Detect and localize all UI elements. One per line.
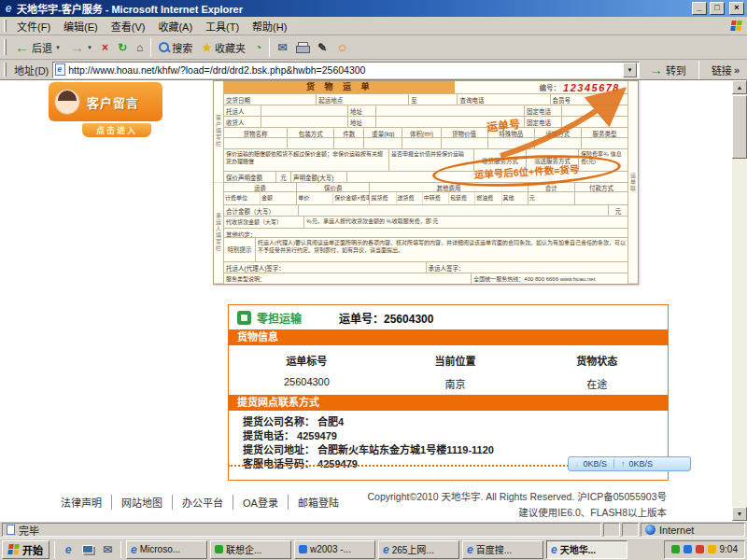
url-field[interactable]	[68, 63, 620, 77]
vertical-scrollbar[interactable]: ▲ ▼	[732, 80, 747, 521]
scroll-thumb[interactable]	[732, 95, 747, 159]
address-input[interactable]: ▼	[52, 62, 640, 78]
pickup-contact-header: 提货网点联系方式	[229, 395, 668, 411]
waybill-body: 货 物 运 单 编号： 12345678 交货日期 起运地点 至 查询电话 会员…	[224, 81, 627, 284]
task-button-tiandi-active[interactable]: e 天地华...	[546, 540, 627, 559]
close-button[interactable]: ×	[729, 2, 744, 15]
tracking-table-header: 运单标号 当前位置 货物状态	[229, 345, 668, 371]
waybill-cell: 服务类型说明：	[224, 273, 472, 284]
addressbar-grip[interactable]	[4, 63, 7, 77]
refresh-button[interactable]: ↻	[113, 37, 132, 58]
web-page: 客户留言 点击进入 客户填写栏 承运人填写栏 货 物 运 单 编号： 12345…	[0, 80, 732, 521]
waybill-cell: 特别提示	[224, 238, 256, 261]
waybill-row: 代收货款金额（大写） ％元，承运人按代收货款金额的 ％收取服务费，即 元	[224, 216, 627, 228]
favorites-button[interactable]: ★ 收藏夹	[197, 37, 250, 58]
start-button[interactable]: 开始	[2, 540, 49, 559]
messenger-button[interactable]: ☺	[331, 37, 352, 58]
globe-icon	[645, 525, 655, 535]
back-button[interactable]: ← 后退 ▼	[10, 37, 65, 58]
quicklaunch-mail-icon[interactable]: ✉	[99, 541, 116, 558]
banner-image[interactable]: 客户留言	[49, 82, 162, 121]
task-button-265[interactable]: e 265上网...	[378, 540, 459, 559]
footer-link-sitemap[interactable]: 网站地图	[112, 495, 173, 510]
waybill-cell-empty	[582, 138, 627, 148]
address-dropdown-button[interactable]: ▼	[623, 63, 637, 77]
tray-icon-4[interactable]	[708, 545, 716, 553]
menu-item-favorites[interactable]: 收藏(A)	[151, 17, 199, 35]
minimize-button[interactable]: _	[692, 2, 707, 15]
quicklaunch-show-desktop-icon[interactable]	[79, 541, 96, 558]
menu-item-edit[interactable]: 编辑(E)	[57, 17, 105, 35]
menu-item-help[interactable]: 帮助(H)	[246, 17, 293, 35]
tray-icon-1[interactable]	[671, 545, 680, 553]
waybill-subcell: 单价	[297, 192, 333, 204]
search-button[interactable]: 搜索	[154, 37, 197, 58]
back-dropdown-icon[interactable]: ▼	[55, 45, 61, 50]
waybill-no-label: 编号：	[540, 82, 561, 92]
task-button-baidu[interactable]: e 百度搜...	[462, 540, 543, 559]
waybill-fee-column: 付款方式	[575, 183, 627, 204]
tray-icon-2[interactable]	[684, 545, 692, 553]
waybill-cell-empty	[261, 105, 348, 116]
mail-button[interactable]: ✉	[273, 37, 291, 58]
task-button-w2003[interactable]: w2003 -...	[294, 540, 375, 559]
print-button[interactable]	[291, 37, 313, 58]
copyright-text: Copyright©2010 天地华宇. All Rights Reserved…	[367, 489, 667, 505]
speed-indicator[interactable]: ↓ 0KB/S ↑ 0KB/S	[568, 456, 691, 471]
waybill-subcell-empty	[575, 192, 627, 204]
home-button[interactable]: ⌂	[132, 37, 148, 58]
history-button[interactable]: ◔	[250, 37, 266, 58]
waybill-cell: 特殊物品	[488, 128, 535, 137]
menu-item-tools[interactable]: 工具(T)	[199, 17, 246, 35]
waybill-cell: 地址	[348, 105, 376, 116]
go-button[interactable]: → 转到	[643, 63, 692, 77]
waybill-cell: 承运人签字：	[427, 262, 628, 273]
waybill-cell: 重量(kg)	[364, 128, 402, 137]
task-icon	[299, 545, 307, 553]
footer-link-office[interactable]: 办公平台	[173, 495, 233, 510]
waybill-subrow: 计费单位 金额	[224, 192, 296, 204]
start-label: 开始	[22, 542, 43, 557]
waybill-side-label: 承运人填写栏	[214, 183, 223, 285]
customer-message-banner[interactable]: 客户留言 点击进入	[49, 82, 162, 137]
waybill-cell: 托运人	[224, 105, 261, 116]
waybill-cell: 地址	[348, 117, 376, 127]
banner-enter-button[interactable]: 点击进入	[82, 123, 151, 137]
waybill-subcell: 包装费	[449, 192, 475, 204]
menu-item-file[interactable]: 文件(F)	[10, 17, 57, 35]
menubar-grip[interactable]	[4, 20, 7, 32]
waybill-number-block: 编号： 12345678	[455, 81, 627, 93]
maximize-button[interactable]: □	[710, 2, 725, 15]
menu-bar: 文件(F) 编辑(E) 查看(V) 收藏(A) 工具(T) 帮助(H)	[0, 17, 747, 35]
quicklaunch-ie-icon[interactable]: e	[60, 541, 77, 558]
address-label: 地址(D)	[14, 63, 49, 77]
footer-copyright-block: Copyright©2010 天地华宇. All Rights Reserved…	[367, 489, 667, 521]
footer-link-oa-login[interactable]: OA登录	[233, 495, 289, 510]
stop-button[interactable]: ×	[97, 37, 113, 58]
footer-link-legal[interactable]: 法律声明	[51, 495, 112, 510]
task-button-lenovo[interactable]: 联想企...	[210, 540, 291, 559]
search-label: 搜索	[172, 40, 192, 55]
scroll-down-button[interactable]: ▼	[732, 507, 747, 521]
forward-dropdown-icon[interactable]: ▼	[87, 45, 92, 50]
waybill-cell-empty	[376, 117, 525, 127]
footer-link-mail-login[interactable]: 邮箱登陆	[289, 495, 348, 510]
task-label: 联想企...	[226, 542, 261, 556]
desktop-icon	[82, 545, 93, 553]
task-button-microsoft[interactable]: e Microso...	[126, 540, 207, 559]
links-band[interactable]: 链接 »	[706, 63, 745, 77]
scroll-up-button[interactable]: ▲	[732, 80, 747, 94]
menu-item-view[interactable]: 查看(V)	[105, 17, 152, 35]
favorites-label: 收藏夹	[215, 40, 246, 55]
toolbar-grip[interactable]	[4, 39, 7, 56]
tray-icon-3[interactable]	[696, 545, 704, 553]
waybill-cell: 合计金额（大写）	[224, 205, 299, 216]
forward-button[interactable]: → ▼	[65, 37, 97, 58]
detail-pickup-phone: 提货电话： 4259479	[243, 429, 654, 443]
edit-button[interactable]: ✎	[313, 37, 331, 58]
window-titlebar[interactable]: e 天地华宇-客户服务 - Microsoft Internet Explore…	[0, 0, 747, 17]
waybill-subcell: 元	[529, 192, 574, 204]
waybill-cell: 运输方式	[535, 128, 582, 137]
stop-icon: ×	[102, 42, 108, 53]
waybill-cell: 货物名称	[224, 128, 288, 137]
